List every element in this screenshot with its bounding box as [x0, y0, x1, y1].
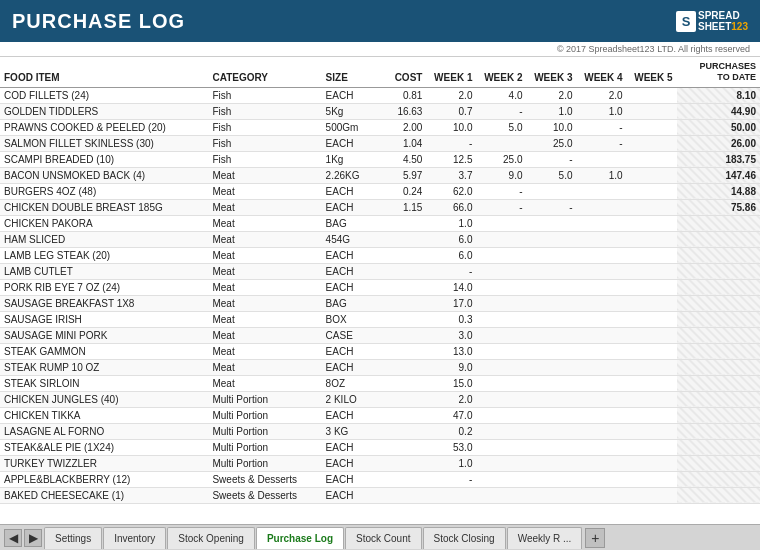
cell-week5 — [627, 167, 677, 183]
cell-food_item: BAKED CHEESECAKE (1) — [0, 487, 208, 503]
cell-size: EACH — [322, 135, 382, 151]
col-week1: WEEK 1 — [426, 57, 476, 87]
cell-week1: 13.0 — [426, 343, 476, 359]
table-row: LAMB LEG STEAK (20)MeatEACH6.0 — [0, 247, 760, 263]
cell-size: EACH — [322, 343, 382, 359]
cell-week5 — [627, 87, 677, 103]
cell-food_item: LAMB LEG STEAK (20) — [0, 247, 208, 263]
tab-settings[interactable]: Settings — [44, 527, 102, 549]
cell-week5 — [627, 263, 677, 279]
cell-category: Fish — [208, 135, 321, 151]
cell-size: EACH — [322, 87, 382, 103]
cell-week5 — [627, 183, 677, 199]
cell-week2: 25.0 — [476, 151, 526, 167]
tab-stock-count[interactable]: Stock Count — [345, 527, 421, 549]
cell-week5 — [627, 311, 677, 327]
cell-week4 — [577, 247, 627, 263]
cell-purchases_to_date — [677, 391, 760, 407]
cell-week3: 1.0 — [526, 103, 576, 119]
col-week2: WEEK 2 — [476, 57, 526, 87]
cell-week3 — [526, 215, 576, 231]
cell-week4: 2.0 — [577, 87, 627, 103]
tab-weekly-r-...[interactable]: Weekly R ... — [507, 527, 583, 549]
table-row: LAMB CUTLETMeatEACH- — [0, 263, 760, 279]
cell-week4 — [577, 471, 627, 487]
cell-week2 — [476, 231, 526, 247]
cell-week4 — [577, 439, 627, 455]
cell-week2 — [476, 215, 526, 231]
table-row: STEAK GAMMONMeatEACH13.0 — [0, 343, 760, 359]
table-row: CHICKEN JUNGLES (40)Multi Portion2 KILO2… — [0, 391, 760, 407]
tab-purchase-log[interactable]: Purchase Log — [256, 527, 344, 549]
cell-category: Meat — [208, 279, 321, 295]
cell-cost: 1.15 — [381, 199, 426, 215]
cell-week3 — [526, 487, 576, 503]
cell-category: Meat — [208, 359, 321, 375]
cell-food_item: HAM SLICED — [0, 231, 208, 247]
tab-inventory[interactable]: Inventory — [103, 527, 166, 549]
cell-week1: 10.0 — [426, 119, 476, 135]
cell-week1: 47.0 — [426, 407, 476, 423]
cell-purchases_to_date — [677, 295, 760, 311]
tab-next-button[interactable]: ▶ — [24, 529, 42, 547]
cell-week4: - — [577, 135, 627, 151]
copyright-text: © 2017 Spreadsheet123 LTD. All rights re… — [0, 42, 760, 57]
tab-stock-opening[interactable]: Stock Opening — [167, 527, 255, 549]
cell-cost — [381, 439, 426, 455]
col-cost: COST — [381, 57, 426, 87]
cell-food_item: SAUSAGE MINI PORK — [0, 327, 208, 343]
cell-week3 — [526, 263, 576, 279]
table-row: HAM SLICEDMeat454G6.0 — [0, 231, 760, 247]
table-container: FOOD ITEM CATEGORY SIZE COST WEEK 1 WEEK… — [0, 57, 760, 524]
cell-size: BOX — [322, 311, 382, 327]
cell-week5 — [627, 439, 677, 455]
cell-week5 — [627, 359, 677, 375]
cell-category: Meat — [208, 311, 321, 327]
cell-size: BAG — [322, 295, 382, 311]
cell-category: Meat — [208, 343, 321, 359]
tabs-bar: ◀ ▶ SettingsInventoryStock OpeningPurcha… — [0, 524, 760, 550]
cell-purchases_to_date — [677, 263, 760, 279]
cell-week1: 1.0 — [426, 455, 476, 471]
cell-food_item: LAMB CUTLET — [0, 263, 208, 279]
tab-add-button[interactable]: + — [585, 528, 605, 548]
cell-category: Fish — [208, 87, 321, 103]
cell-week3: 2.0 — [526, 87, 576, 103]
cell-week2: - — [476, 103, 526, 119]
cell-week1: 62.0 — [426, 183, 476, 199]
cell-week1: 15.0 — [426, 375, 476, 391]
cell-week5 — [627, 119, 677, 135]
cell-week5 — [627, 199, 677, 215]
table-row: GOLDEN TIDDLERSFish5Kg16.630.7-1.01.044.… — [0, 103, 760, 119]
cell-purchases_to_date — [677, 311, 760, 327]
cell-purchases_to_date — [677, 407, 760, 423]
cell-week5 — [627, 151, 677, 167]
cell-week4 — [577, 295, 627, 311]
cell-food_item: BACON UNSMOKED BACK (4) — [0, 167, 208, 183]
cell-food_item: CHICKEN DOUBLE BREAST 185G — [0, 199, 208, 215]
table-row: SAUSAGE BREAKFAST 1X8MeatBAG17.0 — [0, 295, 760, 311]
cell-cost — [381, 423, 426, 439]
tab-stock-closing[interactable]: Stock Closing — [423, 527, 506, 549]
cell-week5 — [627, 279, 677, 295]
cell-week3 — [526, 231, 576, 247]
cell-week1: 3.0 — [426, 327, 476, 343]
cell-week4 — [577, 199, 627, 215]
cell-food_item: BURGERS 4OZ (48) — [0, 183, 208, 199]
tab-prev-button[interactable]: ◀ — [4, 529, 22, 547]
cell-category: Meat — [208, 375, 321, 391]
cell-purchases_to_date — [677, 375, 760, 391]
cell-week1: - — [426, 135, 476, 151]
cell-cost: 1.04 — [381, 135, 426, 151]
cell-food_item: CHICKEN PAKORA — [0, 215, 208, 231]
cell-size: EACH — [322, 263, 382, 279]
cell-week5 — [627, 295, 677, 311]
cell-food_item: SAUSAGE IRISH — [0, 311, 208, 327]
cell-week5 — [627, 423, 677, 439]
cell-category: Multi Portion — [208, 391, 321, 407]
cell-size: 8OZ — [322, 375, 382, 391]
cell-size: EACH — [322, 199, 382, 215]
cell-size: EACH — [322, 183, 382, 199]
cell-cost — [381, 391, 426, 407]
cell-week2 — [476, 391, 526, 407]
